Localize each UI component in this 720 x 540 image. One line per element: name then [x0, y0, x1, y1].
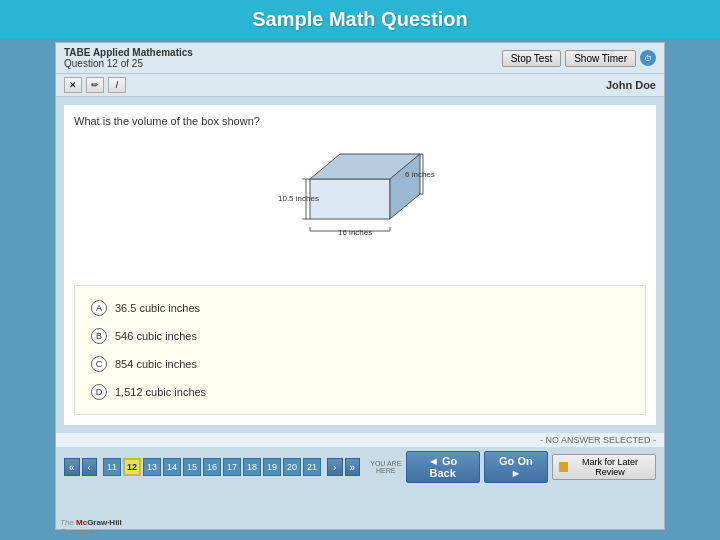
go-on-button[interactable]: Go On ►: [484, 451, 548, 483]
test-info-bar: TABE Applied Mathematics Question 12 of …: [56, 43, 664, 74]
page-14[interactable]: 14: [163, 458, 181, 476]
choice-a[interactable]: A 36.5 cubic inches: [87, 294, 633, 322]
go-back-button[interactable]: ◄ Go Back: [406, 451, 480, 483]
toolbar: ✕ ✏ / John Doe: [56, 74, 664, 97]
choice-a-letter: A: [91, 300, 107, 316]
page-21[interactable]: 21: [303, 458, 321, 476]
page-18[interactable]: 18: [243, 458, 261, 476]
choice-b-letter: B: [91, 328, 107, 344]
mark-review-label: Mark for Later Review: [571, 457, 649, 477]
page-numbers: 11 12 13 14 15 16 17 18 19 20 21: [103, 458, 321, 476]
highlighter-button[interactable]: /: [108, 77, 126, 93]
stop-test-button[interactable]: Stop Test: [502, 50, 562, 67]
page-15[interactable]: 15: [183, 458, 201, 476]
page-13[interactable]: 13: [143, 458, 161, 476]
you-are-here-label: YOU ARE HERE: [366, 460, 405, 474]
answer-status: - NO ANSWER SELECTED -: [540, 435, 656, 445]
question-area: What is the volume of the box shown? 10.…: [64, 105, 656, 425]
svg-marker-0: [310, 179, 390, 219]
choice-c-letter: C: [91, 356, 107, 372]
nav-left: « ‹ 11 12 13 14 15 16 17 18 19 20 21 › »…: [64, 458, 406, 476]
header-title: Sample Math Question: [252, 8, 468, 30]
page-11[interactable]: 11: [103, 458, 121, 476]
prev-page-button[interactable]: ‹: [82, 458, 98, 476]
page-16[interactable]: 16: [203, 458, 221, 476]
choice-d[interactable]: D 1,512 cubic inches: [87, 378, 633, 406]
brand-graw: Graw·Hill: [87, 518, 122, 527]
timer-icon: ⏱: [640, 50, 656, 66]
user-name: John Doe: [606, 79, 656, 91]
choice-a-text: 36.5 cubic inches: [115, 302, 200, 314]
brand-the: The: [60, 518, 76, 527]
page-17[interactable]: 17: [223, 458, 241, 476]
nav-right: ◄ Go Back Go On ► Mark for Later Review: [406, 451, 656, 483]
question-text: What is the volume of the box shown?: [74, 115, 646, 127]
brand-footer: The McGraw·Hill Companies: [60, 518, 122, 536]
question-number: Question 12 of 25: [64, 58, 193, 69]
pencil-button[interactable]: ✏: [86, 77, 104, 93]
choice-b[interactable]: B 546 cubic inches: [87, 322, 633, 350]
mark-icon: [559, 462, 568, 472]
next-page-button[interactable]: ›: [327, 458, 343, 476]
close-button[interactable]: ✕: [64, 77, 82, 93]
nav-status-bar: - NO ANSWER SELECTED -: [56, 433, 664, 447]
choice-d-letter: D: [91, 384, 107, 400]
page-20[interactable]: 20: [283, 458, 301, 476]
svg-text:6 inches: 6 inches: [405, 170, 435, 179]
svg-text:10.5 inches: 10.5 inches: [278, 194, 319, 203]
test-name: TABE Applied Mathematics: [64, 47, 193, 58]
page-header: Sample Math Question: [0, 0, 720, 39]
choice-c-text: 854 cubic inches: [115, 358, 197, 370]
diagram-container: 10.5 inches 16 inches 6 inches: [74, 139, 646, 269]
test-info-right: Stop Test Show Timer ⏱: [502, 50, 656, 67]
svg-text:16 inches: 16 inches: [338, 228, 372, 237]
toolbar-left: ✕ ✏ /: [64, 77, 126, 93]
last-page-button[interactable]: »: [345, 458, 361, 476]
choice-d-text: 1,512 cubic inches: [115, 386, 206, 398]
main-container: TABE Applied Mathematics Question 12 of …: [55, 42, 665, 530]
choice-b-text: 546 cubic inches: [115, 330, 197, 342]
test-info-left: TABE Applied Mathematics Question 12 of …: [64, 47, 193, 69]
brand-name: Mc: [76, 518, 87, 527]
nav-buttons-bar: « ‹ 11 12 13 14 15 16 17 18 19 20 21 › »…: [56, 447, 664, 487]
mark-review-button[interactable]: Mark for Later Review: [552, 454, 656, 480]
first-page-button[interactable]: «: [64, 458, 80, 476]
choice-c[interactable]: C 854 cubic inches: [87, 350, 633, 378]
page-19[interactable]: 19: [263, 458, 281, 476]
show-timer-button[interactable]: Show Timer: [565, 50, 636, 67]
answer-choices: A 36.5 cubic inches B 546 cubic inches C…: [74, 285, 646, 415]
brand-suffix: Companies: [60, 527, 100, 536]
page-12[interactable]: 12: [123, 458, 141, 476]
box-diagram: 10.5 inches 16 inches 6 inches: [260, 139, 460, 269]
